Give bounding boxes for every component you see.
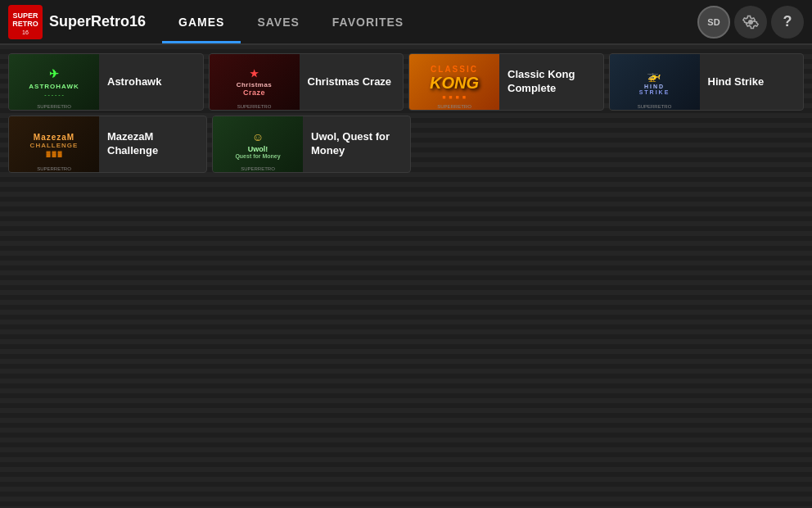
games-content: ✈ ASTROHAWK - - - - - - SUPERRETRO Astro… bbox=[0, 45, 812, 181]
games-row-2: MazezaM CHALLENGE ▓ ▓ ▓ SUPERRETRO Mazez… bbox=[8, 116, 804, 173]
header-actions: SD ? bbox=[697, 6, 812, 39]
app-logo: SUPER RETRO 16 bbox=[8, 5, 43, 39]
game-title-hind-strike: Hind Strike bbox=[700, 75, 804, 89]
game-thumbnail-uwol: ☺ Uwol! Quest for Money SUPERRETRO bbox=[213, 116, 303, 173]
svg-text:SUPER: SUPER bbox=[12, 11, 38, 20]
game-card-christmas-craze[interactable]: ★ Christmas Craze SUPERRETRO Christmas C… bbox=[209, 53, 404, 111]
game-card-classic-kong[interactable]: CLASSIC KONG ■ ■ ■ ■ SUPERRETRO Classic … bbox=[408, 53, 604, 111]
game-thumbnail-hind: 🚁 HIND STRIKE SUPERRETRO bbox=[610, 53, 700, 111]
game-card-mazezam[interactable]: MazezaM CHALLENGE ▓ ▓ ▓ SUPERRETRO Mazez… bbox=[8, 116, 207, 173]
tab-saves[interactable]: SAVES bbox=[241, 0, 315, 43]
sd-card-button[interactable]: SD bbox=[697, 6, 730, 39]
game-thumbnail-christmas: ★ Christmas Craze SUPERRETRO bbox=[210, 53, 300, 111]
nav-tabs: GAMES SAVES FAVORITES bbox=[162, 0, 420, 43]
logo-area: SUPER RETRO 16 SuperRetro16 bbox=[0, 5, 154, 39]
game-card-hind-strike[interactable]: 🚁 HIND STRIKE SUPERRETRO Hind Strike bbox=[609, 53, 805, 111]
games-row-1: ✈ ASTROHAWK - - - - - - SUPERRETRO Astro… bbox=[8, 53, 804, 111]
game-card-uwol[interactable]: ☺ Uwol! Quest for Money SUPERRETRO Uwol,… bbox=[212, 116, 411, 173]
game-title-classic-kong: Classic Kong Complete bbox=[499, 68, 603, 96]
app-name: SuperRetro16 bbox=[49, 13, 146, 30]
svg-text:RETRO: RETRO bbox=[12, 20, 38, 28]
game-thumbnail-astrohawk: ✈ ASTROHAWK - - - - - - SUPERRETRO bbox=[9, 53, 99, 111]
game-title-astrohawk: Astrohawk bbox=[99, 75, 203, 89]
game-title-uwol: Uwol, Quest for Money bbox=[303, 130, 410, 158]
game-thumbnail-mazezam: MazezaM CHALLENGE ▓ ▓ ▓ SUPERRETRO bbox=[9, 116, 99, 173]
header: SUPER RETRO 16 SuperRetro16 GAMES SAVES … bbox=[0, 0, 812, 45]
game-card-astrohawk[interactable]: ✈ ASTROHAWK - - - - - - SUPERRETRO Astro… bbox=[8, 53, 204, 111]
game-title-christmas-craze: Christmas Craze bbox=[300, 75, 404, 89]
svg-text:16: 16 bbox=[22, 29, 29, 35]
tab-games[interactable]: GAMES bbox=[162, 0, 241, 43]
game-title-mazezam: MazezaM Challenge bbox=[99, 130, 206, 158]
tab-favorites[interactable]: FAVORITES bbox=[316, 0, 420, 43]
settings-button[interactable] bbox=[734, 6, 767, 39]
game-thumbnail-kong: CLASSIC KONG ■ ■ ■ ■ SUPERRETRO bbox=[409, 53, 499, 111]
help-button[interactable]: ? bbox=[771, 6, 804, 39]
